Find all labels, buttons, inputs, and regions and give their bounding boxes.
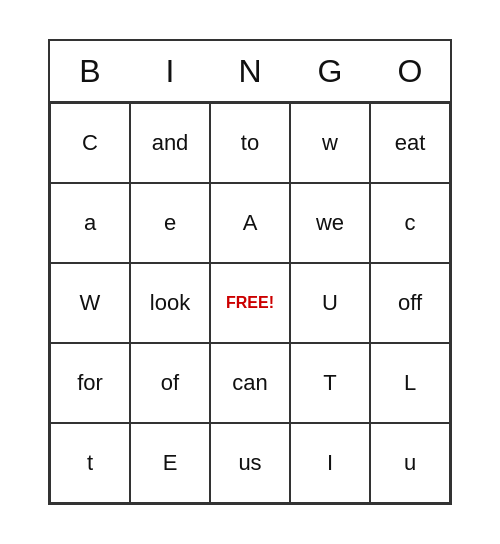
header-letter-I: I xyxy=(130,41,210,101)
cell-r4-c1: E xyxy=(130,423,210,503)
cell-r3-c2: can xyxy=(210,343,290,423)
cell-r2-c1: look xyxy=(130,263,210,343)
cell-r2-c4: off xyxy=(370,263,450,343)
header-letter-N: N xyxy=(210,41,290,101)
cell-r0-c2: to xyxy=(210,103,290,183)
header-letter-O: O xyxy=(370,41,450,101)
free-space: FREE! xyxy=(210,263,290,343)
cell-r3-c3: T xyxy=(290,343,370,423)
bingo-card: BINGO CandtoweataeAwecWlookFREE!Uoffforo… xyxy=(48,39,452,505)
cell-r3-c0: for xyxy=(50,343,130,423)
header-letter-G: G xyxy=(290,41,370,101)
cell-r1-c0: a xyxy=(50,183,130,263)
bingo-grid: CandtoweataeAwecWlookFREE!UoffforofcanTL… xyxy=(50,101,450,503)
cell-r1-c2: A xyxy=(210,183,290,263)
cell-r0-c1: and xyxy=(130,103,210,183)
cell-r4-c0: t xyxy=(50,423,130,503)
header-letter-B: B xyxy=(50,41,130,101)
cell-r0-c4: eat xyxy=(370,103,450,183)
bingo-header: BINGO xyxy=(50,41,450,101)
cell-r4-c4: u xyxy=(370,423,450,503)
cell-r0-c0: C xyxy=(50,103,130,183)
cell-r2-c3: U xyxy=(290,263,370,343)
cell-r1-c3: we xyxy=(290,183,370,263)
cell-r3-c1: of xyxy=(130,343,210,423)
cell-r1-c1: e xyxy=(130,183,210,263)
cell-r4-c2: us xyxy=(210,423,290,503)
cell-r1-c4: c xyxy=(370,183,450,263)
cell-r4-c3: I xyxy=(290,423,370,503)
cell-r3-c4: L xyxy=(370,343,450,423)
cell-r2-c0: W xyxy=(50,263,130,343)
cell-r0-c3: w xyxy=(290,103,370,183)
